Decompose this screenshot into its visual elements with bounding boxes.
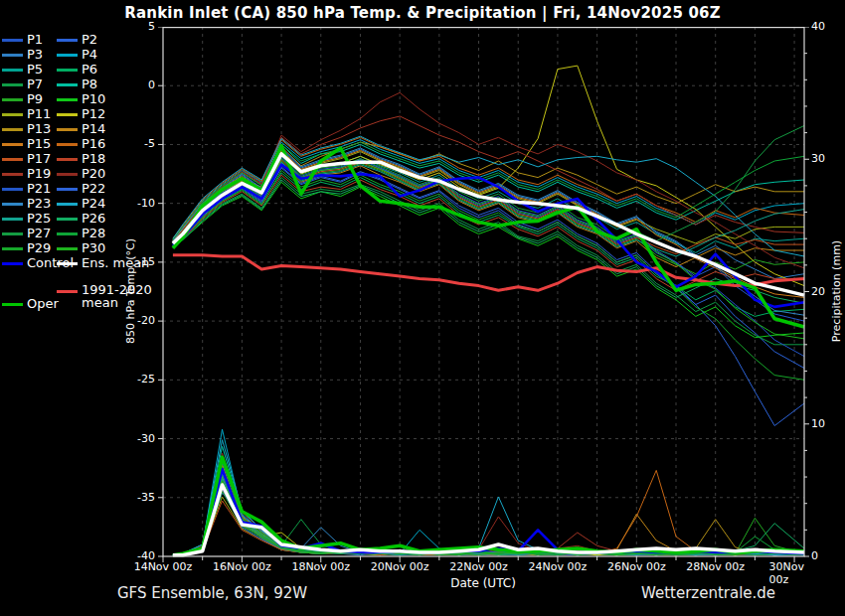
x-tick-label: 18Nov 00z	[291, 560, 350, 573]
left-tick-label: 5	[123, 20, 155, 33]
legend-label-p15: P15	[27, 136, 51, 151]
legend-label-p6: P6	[82, 62, 97, 77]
right-axis-title: Precipitation (mm)	[830, 240, 843, 342]
left-tick-label: -35	[123, 491, 155, 504]
p4-swatch	[57, 54, 78, 57]
p1-swatch	[2, 39, 23, 42]
p27-swatch	[2, 232, 23, 235]
member-precip-line-P18	[173, 485, 804, 555]
p21-swatch	[2, 188, 23, 191]
ens-mean-swatch	[57, 262, 78, 265]
p23-swatch	[2, 203, 23, 206]
legend-label-p18: P18	[82, 151, 105, 166]
p8-swatch	[57, 83, 78, 86]
p10-swatch	[57, 98, 78, 101]
p7-swatch	[2, 83, 23, 86]
legend-label-p27: P27	[27, 226, 51, 240]
legend-label-p4: P4	[82, 47, 97, 62]
legend-label-p17: P17	[27, 151, 51, 166]
member-precip-line-P1	[173, 484, 804, 555]
x-tick-label: 24Nov 00z	[529, 560, 588, 573]
p28-swatch	[57, 232, 78, 235]
legend-label-p14: P14	[82, 121, 105, 136]
legend-label-p29: P29	[27, 240, 51, 255]
left-tick-label: -30	[123, 432, 155, 445]
oper-swatch	[2, 303, 23, 306]
legend-label-p10: P10	[82, 91, 105, 106]
x-tick-label: 22Nov 00z	[449, 560, 508, 573]
legend-label-p20: P20	[82, 166, 105, 181]
left-tick-label: -20	[123, 314, 155, 327]
legend-label-p11: P11	[27, 106, 51, 121]
p29-swatch	[2, 247, 23, 250]
p24-swatch	[57, 203, 78, 206]
legend-label-p26: P26	[82, 211, 105, 226]
x-axis-title: Date (UTC)	[450, 576, 516, 590]
legend-label-oper: Oper	[27, 296, 59, 311]
legend-label-p22: P22	[82, 181, 105, 196]
left-tick-label: -40	[123, 549, 155, 562]
left-tick-label: -15	[123, 255, 155, 268]
p5-swatch	[2, 69, 23, 72]
legend-label-p23: P23	[27, 196, 51, 211]
legend-label-p16: P16	[82, 136, 105, 151]
p17-swatch	[2, 158, 23, 161]
p6-swatch	[57, 69, 78, 72]
p30-swatch	[57, 247, 78, 250]
legend-label-p28: P28	[82, 226, 105, 240]
control-swatch	[2, 262, 23, 265]
left-tick-label: 0	[123, 78, 155, 91]
app-window: { "title": "Rankin Inlet (CA) 850 hPa Te…	[0, 0, 845, 616]
legend-label-p30: P30	[82, 240, 105, 255]
p14-swatch	[57, 128, 78, 131]
p25-swatch	[2, 218, 23, 221]
left-tick-label: -5	[123, 137, 155, 150]
x-tick-label: 20Nov 00z	[371, 560, 429, 573]
climate-mean-swatch	[57, 290, 78, 293]
x-tick-label: 16Nov 00z	[213, 560, 271, 573]
legend-label-p8: P8	[82, 77, 97, 91]
legend-label-p9: P9	[27, 91, 43, 106]
legend-label-p2: P2	[82, 32, 97, 47]
legend-label-p3: P3	[27, 47, 43, 62]
x-tick-label: 26Nov 00z	[607, 560, 666, 573]
legend-label-p7: P7	[27, 77, 43, 91]
legend-label-p21: P21	[27, 181, 51, 196]
member-precip-line-P15	[173, 482, 804, 554]
p19-swatch	[2, 173, 23, 176]
legend-label-climate: 1991-2020mean	[82, 283, 152, 309]
left-tick-label: -25	[123, 373, 155, 385]
legend-label-p5: P5	[27, 62, 43, 77]
x-tick-label: 28Nov 00z	[686, 560, 745, 573]
member-precip-line-P30	[173, 481, 804, 555]
ens-mean-precip-line	[173, 485, 804, 555]
right-tick-label: 10	[811, 417, 825, 430]
left-tick-label: -10	[123, 197, 155, 210]
p26-swatch	[57, 218, 78, 221]
p12-swatch	[57, 113, 78, 116]
member-precip-line-P28	[173, 486, 804, 554]
plot-border	[163, 28, 804, 556]
right-tick-label: 30	[811, 152, 825, 165]
legend-label-p19: P19	[27, 166, 51, 181]
p11-swatch	[2, 113, 23, 116]
p3-swatch	[2, 54, 23, 57]
legend-label-p24: P24	[82, 196, 105, 211]
model-info: GFS Ensemble, 63N, 92W	[117, 584, 307, 602]
right-tick-label: 0	[811, 549, 818, 562]
chart-plot-area	[149, 27, 821, 567]
legend-label-p12: P12	[82, 106, 105, 121]
p15-swatch	[2, 143, 23, 146]
p20-swatch	[57, 173, 78, 176]
right-tick-label: 40	[811, 20, 825, 33]
legend-label-p25: P25	[27, 211, 51, 226]
p2-swatch	[57, 39, 78, 42]
right-tick-label: 20	[811, 285, 825, 298]
p9-swatch	[2, 98, 23, 101]
p13-swatch	[2, 128, 23, 131]
legend-label-p1: P1	[27, 32, 43, 47]
source-watermark: Wetterzentrale.de	[641, 584, 775, 602]
p22-swatch	[57, 188, 78, 191]
x-tick-label: 30Nov 00z	[769, 560, 820, 586]
p18-swatch	[57, 158, 78, 161]
